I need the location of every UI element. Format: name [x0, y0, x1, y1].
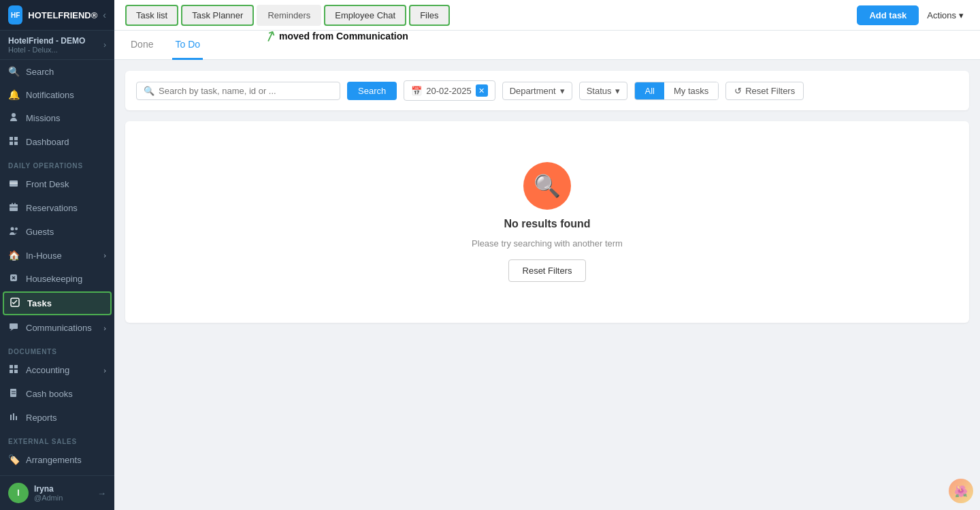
bell-icon: 🔔 — [8, 89, 19, 100]
status-filter[interactable]: Status ▾ — [579, 82, 628, 100]
avatar: I — [8, 483, 29, 503]
empty-reset-filters-button[interactable]: Reset Filters — [508, 259, 587, 282]
svg-rect-26 — [13, 413, 14, 420]
search-icon: 🔍 — [144, 86, 154, 96]
reset-filters-button[interactable]: ↺ Reset Filters — [725, 82, 804, 100]
annotation-text: moved from Communication — [279, 31, 408, 42]
actions-button[interactable]: Actions ▾ — [921, 6, 969, 25]
sidebar-item-label: Housekeeping — [26, 274, 82, 284]
svg-rect-20 — [10, 370, 13, 373]
sidebar-item-label: In-House — [26, 251, 62, 261]
svg-rect-4 — [14, 142, 18, 145]
tab-reminders[interactable]: Reminders — [257, 5, 321, 26]
empty-state: 🔍 No results found Please try searching … — [125, 121, 969, 323]
sidebar-item-dashboard[interactable]: Dashboard — [0, 130, 114, 154]
svg-rect-7 — [10, 204, 18, 211]
tab-employee-chat[interactable]: Employee Chat — [324, 5, 406, 26]
date-clear-button[interactable]: ✕ — [476, 84, 488, 97]
sidebar-item-search[interactable]: 🔍 Search — [0, 60, 114, 83]
sidebar-item-label: Front Desk — [26, 179, 69, 189]
add-task-button[interactable]: Add task — [857, 5, 919, 25]
view-toggle: All My tasks — [634, 82, 719, 100]
sidebar-item-in-house[interactable]: 🏠 In-House › — [0, 244, 114, 267]
chevron-down-icon: ▾ — [615, 86, 620, 96]
sub-tabs-wrapper: Done To Do ↗ moved from Communication — [114, 31, 980, 60]
user-role: @Admin — [34, 494, 63, 502]
toggle-my-tasks-button[interactable]: My tasks — [664, 82, 718, 99]
svg-rect-2 — [14, 137, 18, 140]
reset-filters-label: Reset Filters — [745, 86, 795, 96]
logo-icon: HF — [8, 5, 22, 25]
sidebar-item-label: Reservations — [26, 203, 78, 213]
user-name: Iryna — [34, 484, 63, 494]
svg-rect-1 — [10, 137, 13, 140]
guests-icon — [8, 226, 19, 238]
watermark-icon: 🌺 — [949, 479, 973, 503]
svg-point-11 — [11, 227, 14, 231]
sidebar-item-label: Tasks — [27, 298, 52, 308]
reset-icon: ↺ — [734, 86, 742, 96]
svg-rect-3 — [10, 142, 13, 145]
main-content: Task list Task Planner Reminders Employe… — [114, 0, 980, 510]
search-icon: 🔍 — [8, 66, 19, 77]
subtab-todo[interactable]: To Do — [172, 31, 203, 60]
empty-state-subtitle: Please try searching with another term — [472, 238, 623, 249]
department-filter[interactable]: Department ▾ — [502, 82, 572, 100]
collapse-sidebar-button[interactable]: ‹ — [103, 10, 106, 20]
chevron-right-icon: › — [103, 251, 106, 259]
sidebar-item-label: Accounting — [26, 365, 69, 375]
sidebar-item-accounting[interactable]: Accounting › — [0, 358, 114, 382]
arrangements-icon: 🏷️ — [8, 454, 19, 465]
sidebar-item-label: Cash books — [26, 389, 73, 399]
cash-books-icon — [8, 388, 19, 400]
sidebar-item-tasks[interactable]: Tasks — [3, 291, 112, 315]
svg-rect-22 — [10, 389, 16, 397]
svg-point-12 — [15, 227, 18, 230]
sidebar-logo[interactable]: HF HOTELFRIEND® ‹ — [0, 0, 114, 31]
sidebar-item-label: Search — [26, 67, 54, 77]
hotel-selector[interactable]: HotelFriend - DEMO Hotel - Delux... › — [0, 31, 114, 60]
sidebar-item-cash-books[interactable]: Cash books — [0, 382, 114, 406]
status-label: Status — [587, 86, 612, 96]
sidebar-item-missions[interactable]: Missions — [0, 106, 114, 130]
tab-task-planner[interactable]: Task Planner — [181, 5, 254, 26]
svg-rect-18 — [10, 365, 13, 368]
dashboard-icon — [8, 136, 19, 148]
sidebar-footer: I Iryna @Admin → — [0, 475, 114, 510]
sidebar-item-label: Guests — [26, 227, 54, 237]
logout-icon[interactable]: → — [97, 488, 106, 498]
svg-point-0 — [12, 113, 16, 117]
toggle-all-button[interactable]: All — [635, 82, 664, 99]
top-nav: Task list Task Planner Reminders Employe… — [114, 0, 980, 31]
sub-tabs: Done To Do ↗ moved from Communication — [114, 31, 980, 60]
svg-rect-17 — [10, 323, 18, 329]
filter-bar: 🔍 Search 📅 20-02-2025 ✕ Department ▾ Sta… — [125, 71, 969, 110]
tasks-icon — [10, 298, 20, 309]
subtab-done[interactable]: Done — [128, 31, 156, 60]
department-label: Department — [510, 86, 556, 96]
communications-icon — [8, 322, 19, 334]
tab-files[interactable]: Files — [409, 5, 449, 26]
sidebar-item-arrangements[interactable]: 🏷️ Arrangements — [0, 448, 114, 471]
search-button[interactable]: Search — [347, 82, 397, 100]
sidebar-item-front-desk[interactable]: Front Desk — [0, 172, 114, 196]
svg-rect-19 — [14, 365, 18, 368]
sidebar-item-communications[interactable]: Communications › — [0, 316, 114, 340]
sidebar-item-notifications[interactable]: 🔔 Notifications — [0, 83, 114, 106]
sidebar-item-reports[interactable]: Reports — [0, 406, 114, 430]
sidebar-item-housekeeping[interactable]: Housekeeping — [0, 267, 114, 291]
housekeeping-icon — [8, 273, 19, 285]
search-input[interactable] — [159, 86, 333, 96]
sidebar-item-label: Arrangements — [26, 455, 82, 465]
in-house-icon: 🏠 — [8, 250, 19, 261]
content-area: Done To Do ↗ moved from Communication 🔍 … — [114, 31, 980, 510]
date-filter[interactable]: 📅 20-02-2025 ✕ — [404, 80, 495, 101]
sidebar-item-label: Reports — [26, 413, 57, 423]
sidebar-item-reservations[interactable]: Reservations — [0, 196, 114, 220]
search-wrapper: 🔍 — [136, 82, 340, 100]
tab-task-list[interactable]: Task list — [125, 5, 178, 26]
sidebar-item-guests[interactable]: Guests — [0, 220, 114, 244]
section-external-sales: EXTERNAL SALES — [0, 430, 114, 448]
chevron-right-icon: › — [103, 324, 106, 332]
section-documents: DOCUMENTS — [0, 340, 114, 358]
